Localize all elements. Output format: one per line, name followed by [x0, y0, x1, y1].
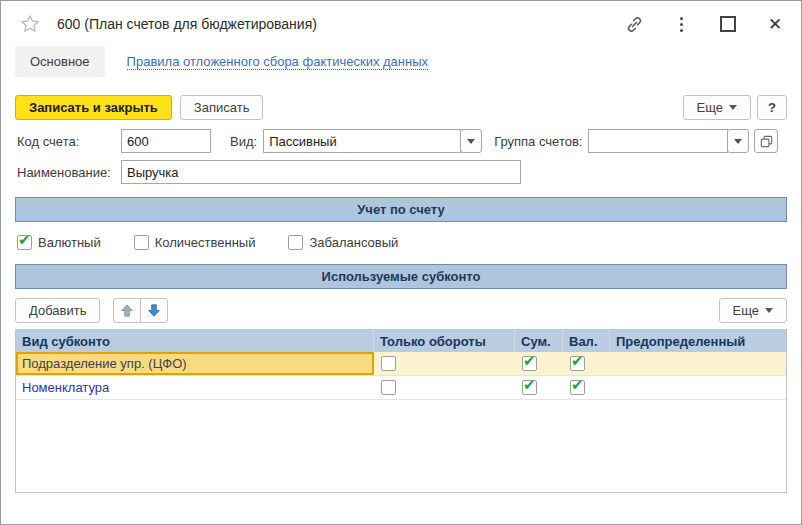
flag-label: Забалансовый: [309, 235, 398, 250]
checkmark-icon: ✔: [523, 353, 536, 368]
window-title: 600 (План счетов для бюджетирования): [57, 16, 317, 32]
tab-main[interactable]: Основное: [15, 46, 105, 77]
flag-label: Валютный: [38, 235, 101, 250]
move-up-button[interactable]: [114, 299, 140, 322]
code-label: Код счета:: [17, 134, 121, 149]
add-button[interactable]: Добавить: [15, 298, 100, 323]
section-used-subconto: Используемые субконто: [15, 264, 787, 289]
flag-checkbox[interactable]: ✔ Валютный: [17, 235, 101, 250]
code-input[interactable]: [121, 129, 211, 153]
save-button[interactable]: Записать: [180, 95, 264, 120]
group-label: Группа счетов:: [494, 134, 582, 149]
chevron-down-icon: [467, 139, 475, 144]
maximize-icon[interactable]: [718, 14, 738, 34]
checkbox[interactable]: ✔: [134, 235, 149, 250]
favorite-star-icon[interactable]: [19, 13, 41, 35]
predefined-cell: [610, 376, 786, 399]
account-edit-window: 600 (План счетов для бюджетирования) ✕ О…: [0, 0, 802, 525]
subconto-more-label: Еще: [733, 303, 759, 318]
turnover-only-cell[interactable]: ✔: [374, 376, 515, 399]
column-header[interactable]: Вид субконто: [16, 330, 374, 352]
group-open-button[interactable]: [754, 129, 778, 153]
checkmark-icon: ✔: [571, 377, 584, 392]
subconto-kind-cell[interactable]: Номенклатура: [16, 376, 374, 399]
sum-checkbox[interactable]: ✔: [522, 356, 537, 371]
window-menu-icon[interactable]: [671, 14, 691, 34]
checkmark-icon: ✔: [571, 353, 584, 368]
title-bar: 600 (План счетов для бюджетирования) ✕: [1, 1, 801, 35]
kind-select-input[interactable]: [263, 129, 461, 153]
form-row-1: Код счета: Вид: Группа счетов:: [17, 129, 787, 153]
table-body: Подразделение упр. (ЦФО) ✔ ✔ ✔ Номенклат…: [16, 352, 786, 400]
group-select-input[interactable]: [588, 129, 728, 153]
table-row[interactable]: Номенклатура ✔ ✔ ✔: [16, 376, 786, 400]
deferred-collection-rules-link[interactable]: Правила отложенного сбора фактических да…: [127, 54, 428, 70]
account-flags: ✔ Валютный ✔ Количественный ✔ Забалансов…: [17, 232, 787, 252]
more-button[interactable]: Еще: [683, 95, 751, 120]
flag-checkbox[interactable]: ✔ Забалансовый: [288, 235, 398, 250]
section-account-accounting: Учет по счету: [15, 197, 787, 222]
arrow-up-icon: [120, 303, 134, 318]
checkbox[interactable]: ✔: [17, 235, 32, 250]
sum-cell[interactable]: ✔: [515, 352, 563, 375]
kind-dropdown-button[interactable]: [460, 129, 482, 153]
checkmark-icon: ✔: [18, 232, 31, 247]
flag-label: Количественный: [155, 235, 256, 250]
command-bar: Записать и закрыть Записать Еще ?: [15, 95, 787, 120]
chevron-down-icon: [734, 139, 742, 144]
subconto-more-button[interactable]: Еще: [719, 298, 787, 323]
group-dropdown-button[interactable]: [727, 129, 749, 153]
currency-checkbox[interactable]: ✔: [570, 380, 585, 395]
name-input[interactable]: [121, 160, 521, 184]
sum-cell[interactable]: ✔: [515, 376, 563, 399]
subconto-table: Вид субконтоТолько оборотыСум.Вал.Предоп…: [15, 329, 787, 493]
nav-tabs: Основное Правила отложенного сбора факти…: [15, 45, 801, 78]
currency-cell[interactable]: ✔: [563, 376, 610, 399]
close-icon[interactable]: ✕: [765, 14, 785, 34]
move-down-button[interactable]: [140, 299, 167, 322]
currency-cell[interactable]: ✔: [563, 352, 610, 375]
flag-checkbox[interactable]: ✔ Количественный: [134, 235, 256, 250]
sum-checkbox[interactable]: ✔: [522, 380, 537, 395]
column-header[interactable]: Сум.: [515, 330, 563, 352]
turnover-only-checkbox[interactable]: ✔: [381, 380, 396, 395]
subconto-kind-cell[interactable]: Подразделение упр. (ЦФО): [16, 352, 374, 375]
get-link-icon[interactable]: [624, 14, 644, 34]
table-header-row: Вид субконтоТолько оборотыСум.Вал.Предоп…: [16, 330, 786, 352]
turnover-only-checkbox[interactable]: ✔: [381, 356, 396, 371]
arrow-down-icon: [147, 303, 161, 318]
checkbox[interactable]: ✔: [288, 235, 303, 250]
chevron-down-icon: [729, 105, 737, 110]
column-header[interactable]: Только обороты: [374, 330, 515, 352]
column-header[interactable]: Предопределенный: [610, 330, 786, 352]
help-button[interactable]: ?: [757, 95, 787, 120]
currency-checkbox[interactable]: ✔: [570, 356, 585, 371]
form-row-2: Наименование:: [17, 160, 787, 184]
subconto-toolbar: Добавить Еще: [15, 298, 787, 323]
predefined-cell: [610, 352, 786, 375]
turnover-only-cell[interactable]: ✔: [374, 352, 515, 375]
checkmark-icon: ✔: [523, 377, 536, 392]
move-buttons: [113, 298, 168, 323]
kind-label: Вид:: [230, 134, 257, 149]
name-label: Наименование:: [17, 165, 121, 180]
column-header[interactable]: Вал.: [563, 330, 610, 352]
table-row[interactable]: Подразделение упр. (ЦФО) ✔ ✔ ✔: [16, 352, 786, 376]
more-button-label: Еще: [697, 100, 723, 115]
open-form-icon: [759, 134, 774, 149]
chevron-down-icon: [765, 308, 773, 313]
save-and-close-button[interactable]: Записать и закрыть: [15, 95, 172, 120]
